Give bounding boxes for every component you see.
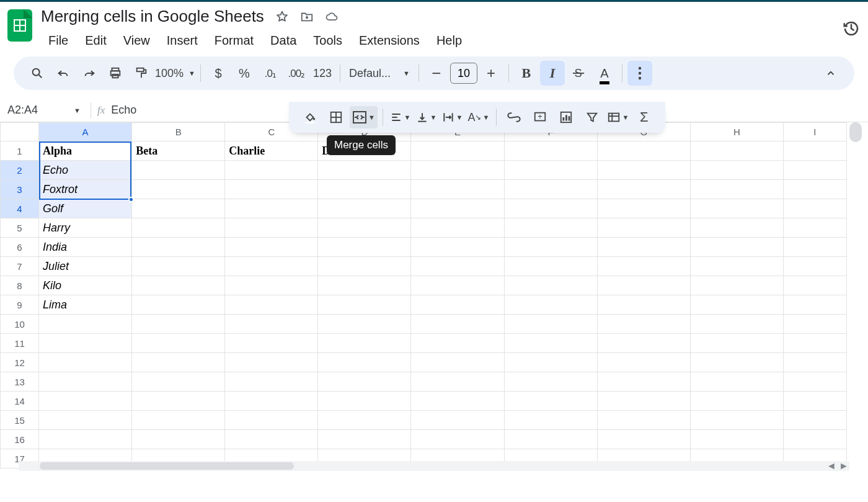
cell-D6[interactable] [318,238,411,257]
cell-C10[interactable] [225,315,318,334]
cell-D2[interactable] [318,161,411,180]
cell-C9[interactable] [225,295,318,315]
column-header-A[interactable]: A [39,123,132,141]
cell-B9[interactable] [132,295,225,315]
cell-B16[interactable] [132,430,225,449]
increase-font-icon[interactable]: + [479,61,503,86]
cell-E7[interactable] [411,257,504,276]
cell-F12[interactable] [504,353,597,372]
cell-A8[interactable]: Kilo [39,276,132,295]
menu-file[interactable]: File [41,31,76,50]
cell-H10[interactable] [690,315,783,334]
cell-B11[interactable] [132,334,225,353]
cell-H6[interactable] [690,238,783,257]
cell-E2[interactable] [411,161,504,180]
cell-C1[interactable]: Charlie [225,141,318,161]
cell-B7[interactable] [132,257,225,276]
cell-A13[interactable] [39,372,132,392]
menu-view[interactable]: View [116,31,157,50]
cell-I5[interactable] [783,218,846,238]
row-header-2[interactable]: 2 [1,161,39,180]
cell-A1[interactable]: Alpha [39,141,132,161]
text-wrap-button[interactable]: ▼ [440,105,465,130]
cell-H1[interactable] [690,141,783,161]
cell-F7[interactable] [504,257,597,276]
cell-I2[interactable] [783,161,846,180]
cell-B1[interactable]: Beta [132,141,225,161]
cell-I11[interactable] [783,334,846,353]
cell-E12[interactable] [411,353,504,372]
cell-D14[interactable] [318,392,411,411]
cell-F6[interactable] [504,238,597,257]
cell-A12[interactable] [39,353,132,372]
row-header-12[interactable]: 12 [1,353,39,372]
italic-button[interactable]: I [540,61,565,86]
formula-input[interactable]: Echo [111,104,136,117]
cell-C16[interactable] [225,430,318,449]
cell-D12[interactable] [318,353,411,372]
cell-G1[interactable] [597,141,690,161]
cell-E4[interactable] [411,199,504,218]
zoom-select[interactable]: 100%▼ [155,61,195,86]
cell-D11[interactable] [318,334,411,353]
cell-I15[interactable] [783,411,846,430]
cell-A14[interactable] [39,392,132,411]
cell-B5[interactable] [132,218,225,238]
cell-D7[interactable] [318,257,411,276]
cell-G15[interactable] [597,411,690,430]
font-size-input[interactable]: 10 [450,63,477,84]
cell-I12[interactable] [783,353,846,372]
cell-A2[interactable]: Echo [39,161,132,180]
row-header-14[interactable]: 14 [1,392,39,411]
cell-E9[interactable] [411,295,504,315]
cell-F2[interactable] [504,161,597,180]
chevron-down-icon[interactable]: ▼ [368,114,375,121]
cell-F1[interactable] [504,141,597,161]
text-color-button[interactable]: A [592,61,617,86]
cell-A10[interactable] [39,315,132,334]
cell-C14[interactable] [225,392,318,411]
merge-cells-button[interactable]: ▼ [350,106,378,128]
cell-I6[interactable] [783,238,846,257]
cell-B6[interactable] [132,238,225,257]
more-toolbar-icon[interactable] [627,61,652,86]
cell-H8[interactable] [690,276,783,295]
cell-H16[interactable] [690,430,783,449]
row-header-11[interactable]: 11 [1,334,39,353]
cell-C7[interactable] [225,257,318,276]
chart-icon[interactable] [554,105,578,130]
functions-icon[interactable]: Σ [632,105,657,130]
cell-G9[interactable] [597,295,690,315]
cell-A15[interactable] [39,411,132,430]
increase-decimal-icon[interactable]: .00₂ [284,61,309,86]
cell-I3[interactable] [783,180,846,199]
row-header-5[interactable]: 5 [1,218,39,238]
collapse-toolbar-icon[interactable] [818,61,843,86]
cell-H12[interactable] [690,353,783,372]
row-header-1[interactable]: 1 [1,141,39,161]
row-header-8[interactable]: 8 [1,276,39,295]
row-header-9[interactable]: 9 [1,295,39,315]
bold-button[interactable]: B [514,61,539,86]
cell-B4[interactable] [132,199,225,218]
cell-H3[interactable] [690,180,783,199]
cell-D13[interactable] [318,372,411,392]
cell-D5[interactable] [318,218,411,238]
cell-G12[interactable] [597,353,690,372]
cell-F4[interactable] [504,199,597,218]
text-rotation-button[interactable]: A↘▼ [466,105,491,130]
row-header-4[interactable]: 4 [1,199,39,218]
print-icon[interactable] [103,61,128,86]
name-box[interactable]: A2:A4▼ [4,104,84,117]
row-header-7[interactable]: 7 [1,257,39,276]
fill-color-button[interactable] [298,105,322,130]
menu-insert[interactable]: Insert [159,31,205,50]
column-header-I[interactable]: I [783,123,846,141]
cell-D4[interactable] [318,199,411,218]
cell-H9[interactable] [690,295,783,315]
horizontal-align-button[interactable]: ▼ [388,105,413,130]
cell-C8[interactable] [225,276,318,295]
cell-C4[interactable] [225,199,318,218]
cell-A3[interactable]: Foxtrot [39,180,132,199]
history-icon[interactable] [842,19,861,38]
